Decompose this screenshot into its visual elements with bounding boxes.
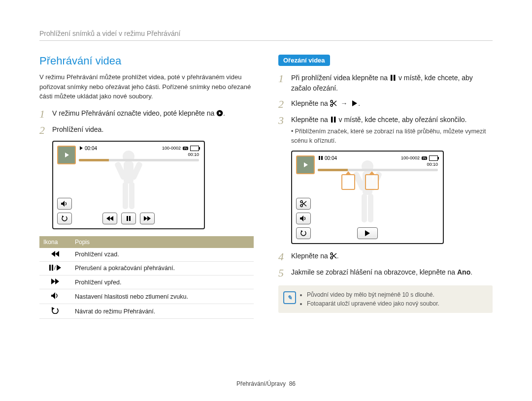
- breadcrumb: Prohlížení snímků a videí v režimu Přehr…: [39, 30, 493, 41]
- right-column: Ořezání videa 1 Při prohlížení videa kle…: [278, 55, 493, 319]
- fast-forward-icon: [51, 278, 59, 286]
- volume-icon: [51, 292, 59, 301]
- pause-button[interactable]: [121, 213, 136, 224]
- back-button[interactable]: [296, 227, 311, 239]
- table-head-desc: Popis: [71, 236, 254, 248]
- section-title: Přehrávání videa: [39, 55, 254, 67]
- svg-marker-8: [80, 146, 83, 150]
- svg-rect-14: [129, 216, 131, 221]
- player-screenshot: 00:04 100-0002 IN 00:10: [52, 141, 205, 229]
- svg-rect-13: [127, 216, 128, 221]
- step-number: 4: [278, 251, 291, 262]
- subsection-pill: Ořezání videa: [278, 55, 330, 66]
- step-1-text: Při prohlížení videa klepněte na v místě…: [291, 73, 493, 93]
- svg-marker-10: [62, 216, 64, 217]
- table-row: Nastavení hlasitosti nebo ztlumení zvuku…: [39, 289, 254, 304]
- rewind-button[interactable]: [102, 213, 117, 224]
- note-icon: ✎: [283, 291, 296, 304]
- icon-legend-table: Ikona Popis Prohlížení vzad. /: [39, 236, 254, 319]
- svg-rect-41: [368, 194, 373, 222]
- storage-badge: IN: [422, 156, 427, 160]
- step-2-text: Klepněte na → .: [291, 98, 493, 109]
- scissors-icon: [330, 100, 337, 107]
- svg-marker-16: [147, 216, 151, 221]
- battery-icon: [429, 155, 438, 161]
- left-column: Přehrávání videa V režimu Přehrávání můž…: [39, 55, 254, 319]
- total-time: 00:10: [427, 162, 438, 167]
- svg-rect-34: [331, 117, 333, 123]
- thumbnail-play-icon: [57, 146, 76, 164]
- step-2-text: Prohlížení videa.: [52, 124, 254, 135]
- table-cell: Prohlížení vzad.: [71, 248, 254, 262]
- trim-marker-start[interactable]: [341, 174, 355, 190]
- svg-rect-27: [391, 75, 393, 81]
- table-row: Prohlížení vpřed.: [39, 275, 254, 289]
- table-cell: Návrat do režimu Přehrávání.: [71, 304, 254, 319]
- step-4-text: Klepněte na .: [291, 251, 493, 261]
- scissors-button[interactable]: [296, 198, 311, 210]
- intro-text: V režimu Přehrávání můžete prohlížet vid…: [39, 72, 254, 101]
- svg-marker-33: [352, 100, 357, 106]
- elapsed-time: 00:04: [325, 155, 337, 161]
- storage-badge: IN: [183, 147, 188, 150]
- forward-button[interactable]: [140, 213, 155, 224]
- play-circle-icon: [216, 110, 223, 117]
- pause-state-icon: [319, 156, 323, 160]
- svg-rect-35: [334, 117, 336, 123]
- rewind-icon: [51, 251, 59, 258]
- note-item: Fotoaparát uloží upravené video jako nov…: [307, 299, 487, 308]
- note-item: Původní video by mělo být nejméně 10 s d…: [307, 290, 487, 299]
- table-cell: Nastavení hlasitosti nebo ztlumení zvuku…: [71, 289, 254, 304]
- svg-rect-28: [394, 75, 396, 81]
- file-number: 100-0002: [401, 155, 420, 160]
- svg-rect-42: [319, 156, 320, 160]
- svg-marker-15: [144, 216, 147, 221]
- step-number: 2: [278, 98, 291, 110]
- table-cell: Přerušení a pokračování přehrávání.: [71, 261, 254, 275]
- svg-marker-12: [110, 216, 113, 221]
- svg-rect-6: [123, 182, 128, 209]
- step-number: 1: [278, 73, 291, 84]
- play-button[interactable]: [357, 227, 378, 239]
- svg-marker-25: [51, 292, 55, 299]
- play-icon: [351, 100, 358, 107]
- svg-marker-9: [61, 201, 65, 207]
- scissors-icon: [330, 252, 337, 259]
- thumbnail-play-icon: [296, 155, 315, 174]
- step-number: 3: [278, 115, 291, 126]
- svg-marker-26: [52, 307, 55, 310]
- table-row: Prohlížení vzad.: [39, 248, 254, 262]
- manual-page: Prohlížení snímků a videí v režimu Přehr…: [0, 0, 532, 401]
- step-number: 1: [39, 108, 52, 120]
- return-icon: [51, 307, 59, 315]
- elapsed-time: 00:04: [85, 146, 97, 151]
- battery-icon: [190, 146, 199, 151]
- table-row: Návrat do režimu Přehrávání.: [39, 304, 254, 319]
- svg-rect-20: [52, 265, 53, 271]
- pause-icon: [330, 116, 337, 123]
- volume-button[interactable]: [57, 198, 72, 210]
- step-number: 2: [39, 124, 52, 136]
- play-state-icon: [80, 146, 83, 150]
- table-head-icon: Ikona: [39, 236, 71, 248]
- player-trim-screenshot: 00:04 100-0002 IN 00:10: [291, 151, 444, 244]
- svg-marker-22: [57, 265, 61, 271]
- step-5-text: Jakmile se zobrazí hlášení na obrazovce,…: [291, 267, 493, 278]
- svg-marker-48: [300, 216, 303, 221]
- step-1-text: V režimu Přehrávání označte video, poté …: [52, 108, 254, 119]
- svg-marker-24: [55, 278, 59, 284]
- svg-text:/: /: [54, 265, 56, 271]
- svg-rect-3: [124, 161, 133, 184]
- table-row: / Přerušení a pokračování přehrávání.: [39, 261, 254, 275]
- back-button[interactable]: [57, 213, 72, 224]
- trim-marker-end[interactable]: [365, 174, 379, 190]
- note-box: ✎ Původní video by mělo být nejméně 10 s…: [278, 285, 493, 313]
- pause-icon: [390, 74, 397, 81]
- volume-button[interactable]: [296, 213, 311, 224]
- svg-rect-40: [362, 194, 367, 222]
- step-sub-bullet: Přiblížením značek, které se zobrazí na …: [291, 127, 493, 146]
- svg-marker-50: [365, 230, 370, 236]
- svg-marker-17: [51, 251, 55, 257]
- file-number: 100-0002: [162, 146, 181, 151]
- svg-marker-49: [301, 230, 303, 232]
